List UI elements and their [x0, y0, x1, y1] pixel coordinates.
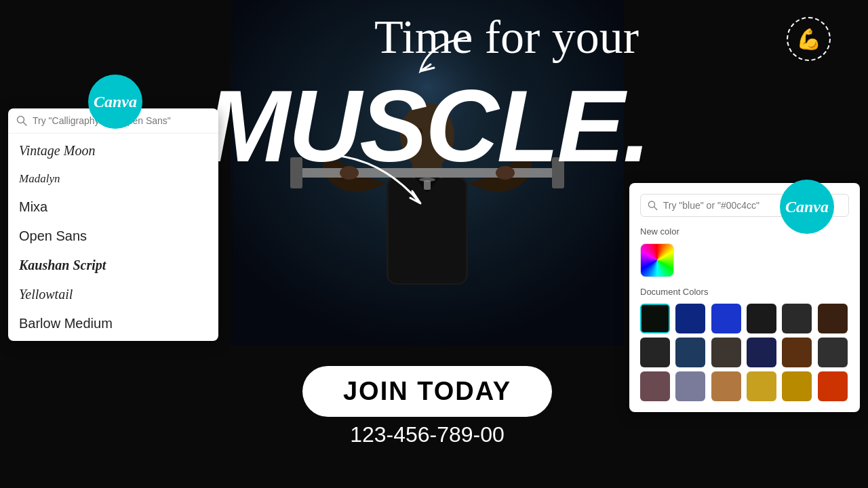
muscle-icon-badge: 💪	[787, 17, 831, 61]
color-swatch-6[interactable]	[640, 338, 670, 367]
color-swatch-12[interactable]	[640, 371, 670, 401]
svg-rect-14	[424, 180, 431, 190]
color-swatch-2[interactable]	[711, 304, 741, 333]
gym-image	[231, 0, 624, 346]
font-item-barlow[interactable]: Barlow Medium	[8, 309, 218, 338]
new-color-button[interactable]	[640, 243, 674, 277]
color-swatch-10[interactable]	[782, 338, 812, 367]
svg-point-9	[340, 166, 359, 180]
canva-logo-topleft[interactable]: Canva	[88, 75, 142, 129]
doc-colors-label: Document Colors	[640, 287, 849, 297]
color-swatch-7[interactable]	[675, 338, 705, 367]
font-search-icon	[16, 115, 27, 126]
join-today-button[interactable]: JOIN TODAY	[302, 366, 552, 417]
svg-line-16	[24, 123, 27, 126]
color-swatch-9[interactable]	[747, 338, 776, 367]
color-swatch-17[interactable]	[818, 371, 848, 401]
svg-point-12	[432, 128, 439, 136]
color-swatch-5[interactable]	[818, 304, 848, 333]
canva-logo-bottomright[interactable]: Canva	[780, 180, 834, 234]
font-item-vintage-moon[interactable]: Vintage Moon	[8, 136, 218, 165]
color-swatch-8[interactable]	[711, 338, 741, 367]
svg-rect-5	[389, 178, 466, 283]
color-swatch-4[interactable]	[782, 304, 812, 333]
svg-point-10	[496, 166, 515, 180]
cta-section: JOIN TODAY 123-456-789-00	[231, 366, 624, 447]
svg-rect-7	[290, 157, 302, 188]
font-item-kaushan[interactable]: Kaushan Script	[8, 251, 218, 280]
color-search-icon	[648, 200, 658, 211]
color-swatch-0[interactable]	[640, 304, 670, 333]
svg-line-18	[654, 207, 657, 209]
font-item-open-sans[interactable]: Open Sans	[8, 222, 218, 251]
svg-point-11	[416, 128, 422, 136]
font-item-yellowtail[interactable]: Yellowtail	[8, 280, 218, 309]
color-swatch-16[interactable]	[782, 371, 812, 401]
phone-number: 123-456-789-00	[350, 422, 505, 447]
color-swatch-13[interactable]	[675, 371, 705, 401]
color-swatch-11[interactable]	[818, 338, 848, 367]
color-grid	[640, 304, 849, 401]
font-item-madalyn[interactable]: Madalyn	[8, 165, 218, 192]
color-swatch-1[interactable]	[675, 304, 705, 333]
svg-rect-6	[298, 168, 556, 178]
font-list: Vintage MoonMadalynMixaOpen SansKaushan …	[8, 134, 218, 341]
svg-rect-8	[552, 157, 564, 188]
font-item-mixa[interactable]: Mixa	[8, 192, 218, 222]
color-swatch-15[interactable]	[747, 371, 776, 401]
color-swatch-3[interactable]	[747, 304, 776, 333]
font-panel: Vintage MoonMadalynMixaOpen SansKaushan …	[8, 108, 218, 341]
svg-point-4	[400, 103, 454, 168]
color-swatch-14[interactable]	[711, 371, 741, 401]
